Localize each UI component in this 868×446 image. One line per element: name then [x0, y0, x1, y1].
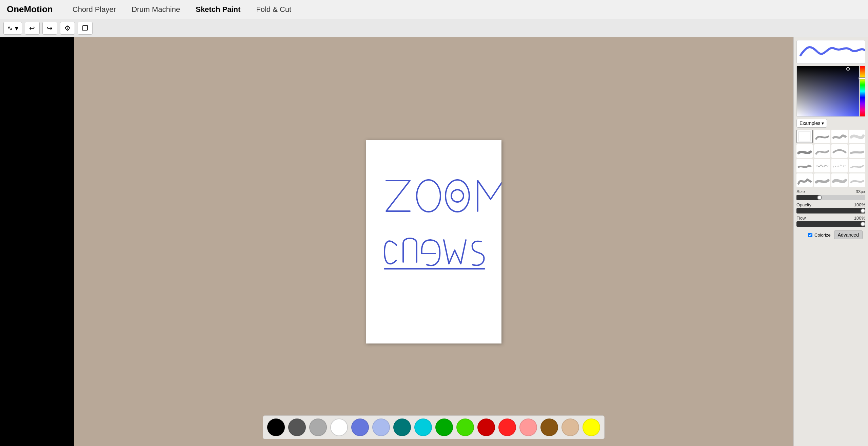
color-swatch-brown[interactable] [540, 419, 558, 436]
brush-preview [796, 40, 865, 64]
brush-thumb-15[interactable] [831, 173, 848, 187]
right-panel: Examples ▾ [793, 37, 868, 446]
toolbar: ∿ ▾ ↩ ↪ ⚙ ❐ [0, 19, 868, 37]
size-slider-row: Size 33px [796, 189, 865, 200]
canvas-area[interactable] [74, 37, 793, 446]
top-nav: OneMotion Chord Player Drum Machine Sket… [0, 0, 868, 19]
brush-tool-button[interactable]: ∿ ▾ [3, 22, 22, 35]
color-gradient[interactable] [797, 66, 859, 116]
brush-thumb-7[interactable] [831, 144, 848, 158]
hue-bar[interactable] [860, 66, 865, 116]
color-swatch-yellow[interactable] [583, 419, 600, 436]
brush-thumb-12[interactable] [849, 159, 865, 172]
opacity-label-row: Opacity 100% [796, 202, 865, 207]
brush-thumb-1[interactable] [796, 130, 813, 143]
colorize-row: Colorize [808, 233, 831, 238]
color-swatch-dark-red[interactable] [477, 419, 495, 436]
size-label: Size [796, 189, 805, 194]
brush-thumb-14[interactable] [814, 173, 830, 187]
flow-value: 100% [854, 216, 865, 221]
color-swatch-green[interactable] [435, 419, 453, 436]
opacity-slider-row: Opacity 100% [796, 202, 865, 213]
brush-thumb-6[interactable] [814, 144, 830, 158]
brush-thumb-9[interactable] [796, 159, 813, 172]
logo: OneMotion [7, 4, 53, 15]
colorize-label: Colorize [814, 233, 831, 238]
opacity-label: Opacity [796, 202, 811, 207]
copy-button[interactable]: ❐ [78, 22, 93, 35]
color-swatch-tan[interactable] [561, 419, 579, 436]
bottom-bar: Colorize Advanced [796, 229, 865, 241]
color-swatch-lime[interactable] [456, 419, 474, 436]
brush-thumb-5[interactable] [796, 144, 813, 158]
drawing-canvas[interactable] [366, 140, 501, 343]
color-swatch-red[interactable] [498, 419, 516, 436]
svg-point-1 [446, 180, 469, 212]
nav-fold-cut[interactable]: Fold & Cut [253, 4, 294, 15]
svg-point-2 [451, 190, 463, 202]
nav-chord-player[interactable]: Chord Player [70, 4, 119, 15]
brush-thumb-10[interactable] [814, 159, 830, 172]
brush-thumb-2[interactable] [814, 130, 830, 143]
brush-grid [796, 130, 865, 187]
brush-thumb-11[interactable] [831, 159, 848, 172]
color-picker-area[interactable] [796, 66, 865, 117]
flow-slider-row: Flow 100% [796, 216, 865, 227]
brush-thumb-16[interactable] [849, 173, 865, 187]
color-swatch-medium-blue[interactable] [351, 419, 369, 436]
color-swatch-black[interactable] [267, 419, 285, 436]
settings-button[interactable]: ⚙ [60, 22, 75, 35]
size-slider[interactable] [796, 195, 865, 200]
color-swatch-dark-gray[interactable] [288, 419, 306, 436]
brush-thumb-3[interactable] [831, 130, 848, 143]
canvas-svg [366, 140, 501, 343]
svg-rect-4 [798, 132, 811, 141]
color-palette [263, 415, 605, 439]
color-swatch-white[interactable] [330, 419, 348, 436]
flow-slider[interactable] [796, 221, 865, 227]
color-swatch-pink[interactable] [519, 419, 537, 436]
brush-preview-svg [797, 42, 865, 62]
color-swatch-light-blue[interactable] [372, 419, 390, 436]
main-area: Examples ▾ [0, 37, 868, 446]
undo-button[interactable]: ↩ [25, 22, 40, 35]
flow-label-row: Flow 100% [796, 216, 865, 221]
svg-point-0 [417, 180, 440, 212]
redo-button[interactable]: ↪ [42, 22, 57, 35]
nav-sketch-paint[interactable]: Sketch Paint [193, 4, 243, 15]
opacity-value: 100% [854, 202, 865, 207]
size-label-row: Size 33px [796, 189, 865, 194]
nav-drum-machine[interactable]: Drum Machine [129, 4, 183, 15]
color-swatch-cyan[interactable] [414, 419, 432, 436]
examples-dropdown[interactable]: Examples ▾ [796, 119, 827, 128]
left-panel [0, 37, 74, 446]
advanced-button[interactable]: Advanced [834, 230, 863, 239]
flow-label: Flow [796, 216, 806, 221]
brush-thumb-8[interactable] [849, 144, 865, 158]
color-swatch-light-gray[interactable] [309, 419, 327, 436]
colorize-checkbox[interactable] [808, 233, 812, 237]
color-picker-handle[interactable] [846, 67, 850, 71]
color-swatch-teal[interactable] [393, 419, 411, 436]
hue-handle[interactable] [859, 77, 865, 79]
size-value: 33px [856, 189, 865, 194]
opacity-slider[interactable] [796, 208, 865, 213]
brush-thumb-4[interactable] [849, 130, 865, 143]
brush-thumb-13[interactable] [796, 173, 813, 187]
